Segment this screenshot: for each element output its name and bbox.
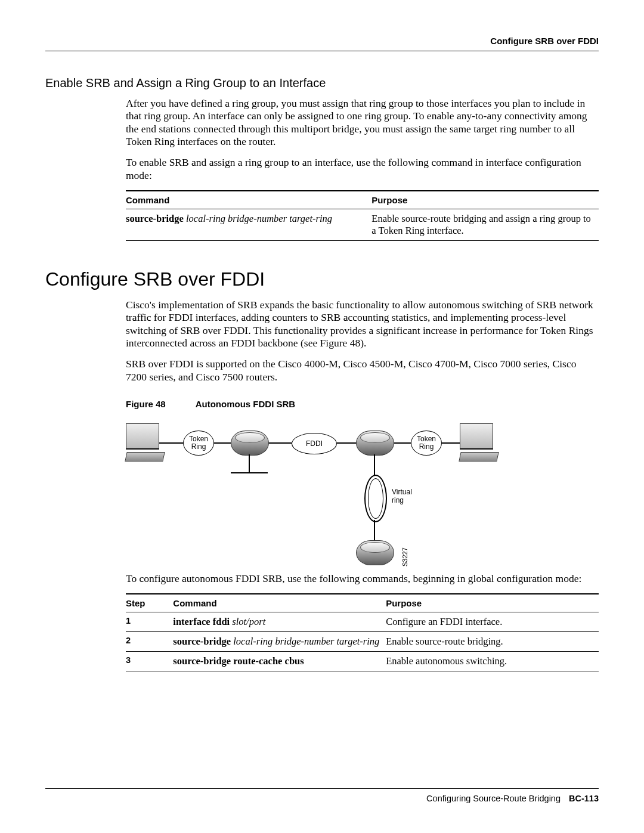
step-number: 2 <box>126 632 173 652</box>
paragraph: SRB over FDDI is supported on the Cisco … <box>126 358 599 383</box>
wire <box>249 454 250 472</box>
virtual-ring-label: Virtual ring <box>392 488 412 504</box>
table-header: Purpose <box>371 191 599 209</box>
table-header: Step <box>126 594 173 612</box>
command-purpose: Enable autonomous switching. <box>386 652 599 671</box>
step-number: 3 <box>126 652 173 671</box>
wire <box>231 472 268 473</box>
step-number: 1 <box>126 612 173 632</box>
table-row: 2 source-bridge local-ring bridge-number… <box>126 632 599 652</box>
table-header: Purpose <box>386 594 599 612</box>
workstation-icon <box>126 423 165 459</box>
page-footer: Configuring Source-Route Bridging BC-113 <box>45 788 599 803</box>
footer-chapter: Configuring Source-Route Bridging <box>426 794 561 803</box>
command-keyword: interface fddi <box>173 616 230 627</box>
paragraph: To enable SRB and assign a ring group to… <box>126 156 599 182</box>
workstation-icon <box>460 423 499 459</box>
table-row: 1 interface fddi slot/port Configure an … <box>126 612 599 632</box>
subsection-title: Enable SRB and Assign a Ring Group to an… <box>45 76 599 90</box>
paragraph: Cisco's implementation of SRB expands th… <box>126 299 599 349</box>
figure-caption: Figure 48Autonomous FDDI SRB <box>126 399 599 409</box>
command-keyword: source-bridge route-cache cbus <box>173 655 304 667</box>
command-args: slot/port <box>230 616 265 627</box>
router-icon <box>356 540 394 565</box>
command-purpose: Configure an FDDI interface. <box>386 612 599 632</box>
command-keyword: source-bridge <box>173 636 231 647</box>
fddi-label: FDDI <box>292 433 337 454</box>
token-ring-label: Token Ring <box>411 431 442 456</box>
paragraph: After you have defined a ring group, you… <box>126 97 599 148</box>
command-purpose: Enable source-route bridging and assign … <box>371 209 599 241</box>
table-row: 3 source-bridge route-cache cbus Enable … <box>126 652 599 671</box>
command-keyword: source-bridge <box>126 213 184 224</box>
command-args: local-ring bridge-number target-ring <box>184 213 332 224</box>
router-icon <box>356 431 394 456</box>
virtual-ring-icon <box>364 475 387 522</box>
step-table: Step Command Purpose 1 interface fddi sl… <box>126 593 599 671</box>
wire <box>374 520 375 541</box>
token-ring-label: Token Ring <box>183 431 214 456</box>
table-row: source-bridge local-ring bridge-number t… <box>126 209 599 241</box>
table-header: Command <box>126 191 371 209</box>
table-header: Command <box>173 594 386 612</box>
paragraph: To configure autonomous FDDI SRB, use th… <box>126 572 599 585</box>
figure-number: Figure 48 <box>126 399 166 409</box>
command-table: Command Purpose source-bridge local-ring… <box>126 190 599 241</box>
diagram-id: S3227 <box>401 547 408 566</box>
router-icon <box>231 431 269 456</box>
running-header: Configure SRB over FDDI <box>45 36 599 51</box>
page-number: BC-113 <box>569 794 599 803</box>
wire <box>374 454 375 476</box>
command-purpose: Enable source-route bridging. <box>386 632 599 652</box>
figure-diagram: Token Ring FDDI Token Ring Virtual ring <box>126 417 507 572</box>
major-section-title: Configure SRB over FDDI <box>45 268 599 290</box>
figure-title: Autonomous FDDI SRB <box>196 399 295 409</box>
command-args: local-ring bridge-number target-ring <box>231 636 379 647</box>
